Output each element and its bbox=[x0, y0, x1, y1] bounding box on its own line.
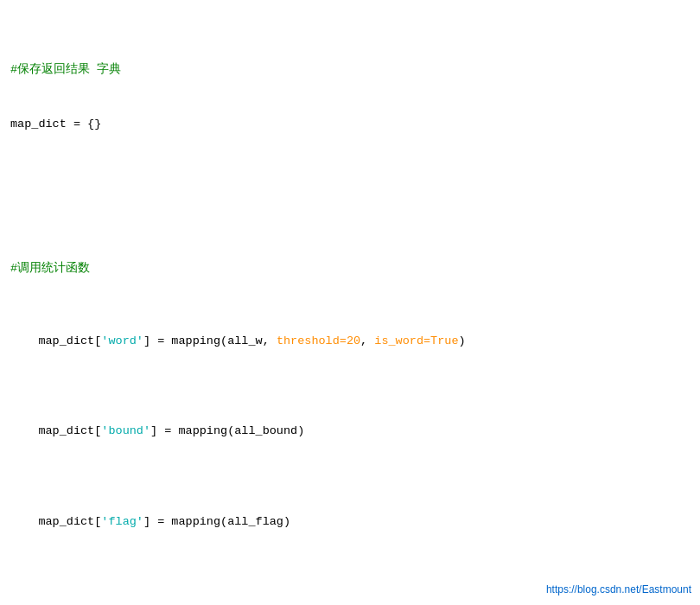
line-map-dict-init: map_dict = {} bbox=[10, 116, 690, 134]
line-map-flag: map_dict['flag'] = mapping(all_flag) bbox=[10, 495, 690, 550]
line-comment-save-return: #保存返回结果 字典 bbox=[10, 61, 690, 80]
line-blank-1 bbox=[10, 169, 690, 188]
footer-link[interactable]: https://blog.csdn.net/Eastmount bbox=[546, 582, 691, 598]
line-map-bound: map_dict['bound'] = mapping(all_bound) bbox=[10, 404, 690, 459]
comment-text: #调用统计函数 bbox=[10, 262, 90, 275]
comment-text: #保存返回结果 字典 bbox=[10, 63, 121, 76]
line-map-word: map_dict['word'] = mapping(all_w, thresh… bbox=[10, 315, 690, 369]
code-text: map_dict = {} bbox=[10, 118, 101, 131]
code-area: #保存返回结果 字典 map_dict = {} #调用统计函数 map_dic… bbox=[10, 7, 690, 605]
line-comment-call-stat: #调用统计函数 bbox=[10, 260, 690, 278]
